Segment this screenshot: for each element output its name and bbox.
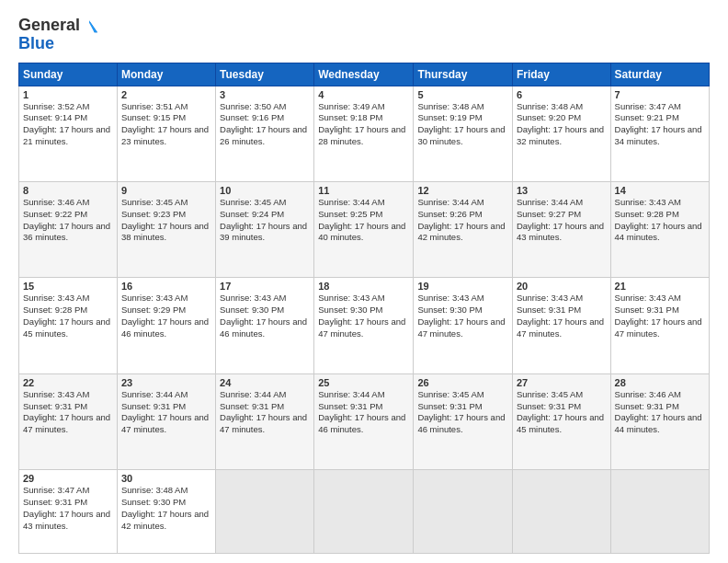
calendar-table: Sunday Monday Tuesday Wednesday Thursday… bbox=[18, 63, 710, 554]
day-number: 30 bbox=[121, 473, 211, 484]
day-info: Sunrise: 3:51 AMSunset: 9:15 PMDaylight:… bbox=[121, 101, 209, 146]
table-row bbox=[610, 470, 709, 554]
day-number: 17 bbox=[220, 281, 310, 292]
table-row bbox=[314, 470, 414, 554]
svg-marker-1 bbox=[89, 20, 97, 32]
day-info: Sunrise: 3:47 AMSunset: 9:31 PMDaylight:… bbox=[23, 485, 110, 530]
table-row: 9 Sunrise: 3:45 AMSunset: 9:23 PMDayligh… bbox=[117, 182, 215, 278]
day-number: 21 bbox=[615, 281, 705, 292]
logo-blue: Blue bbox=[18, 35, 98, 53]
table-row: 7 Sunrise: 3:47 AMSunset: 9:21 PMDayligh… bbox=[610, 86, 709, 181]
day-number: 6 bbox=[517, 89, 607, 100]
page: General Blue Sunday Monday Tuesday Wedne… bbox=[0, 0, 728, 563]
logo: General Blue bbox=[18, 17, 98, 53]
day-info: Sunrise: 3:48 AMSunset: 9:19 PMDaylight:… bbox=[417, 101, 505, 146]
day-number: 10 bbox=[220, 185, 310, 196]
day-info: Sunrise: 3:45 AMSunset: 9:23 PMDaylight:… bbox=[121, 197, 209, 242]
day-number: 25 bbox=[318, 377, 409, 388]
day-info: Sunrise: 3:46 AMSunset: 9:31 PMDaylight:… bbox=[615, 389, 702, 434]
table-row: 10 Sunrise: 3:45 AMSunset: 9:24 PMDaylig… bbox=[216, 182, 314, 278]
table-row: 14 Sunrise: 3:43 AMSunset: 9:28 PMDaylig… bbox=[610, 182, 709, 278]
table-row: 16 Sunrise: 3:43 AMSunset: 9:29 PMDaylig… bbox=[117, 278, 215, 373]
day-number: 2 bbox=[121, 89, 211, 100]
day-info: Sunrise: 3:44 AMSunset: 9:27 PMDaylight:… bbox=[517, 197, 604, 242]
table-row: 21 Sunrise: 3:43 AMSunset: 9:31 PMDaylig… bbox=[610, 278, 709, 373]
day-info: Sunrise: 3:44 AMSunset: 9:31 PMDaylight:… bbox=[318, 389, 405, 434]
logo-general: General bbox=[18, 17, 80, 35]
table-row: 20 Sunrise: 3:43 AMSunset: 9:31 PMDaylig… bbox=[512, 278, 610, 373]
col-saturday: Saturday bbox=[610, 63, 709, 86]
day-number: 13 bbox=[517, 185, 607, 196]
logo-icon bbox=[81, 17, 97, 34]
day-info: Sunrise: 3:43 AMSunset: 9:30 PMDaylight:… bbox=[417, 293, 505, 338]
table-row: 15 Sunrise: 3:43 AMSunset: 9:28 PMDaylig… bbox=[19, 278, 118, 373]
day-number: 7 bbox=[615, 89, 705, 100]
day-info: Sunrise: 3:44 AMSunset: 9:31 PMDaylight:… bbox=[121, 389, 209, 434]
day-info: Sunrise: 3:43 AMSunset: 9:31 PMDaylight:… bbox=[615, 293, 702, 338]
day-number: 23 bbox=[121, 377, 211, 388]
day-number: 9 bbox=[121, 185, 211, 196]
table-row: 13 Sunrise: 3:44 AMSunset: 9:27 PMDaylig… bbox=[512, 182, 610, 278]
day-info: Sunrise: 3:43 AMSunset: 9:28 PMDaylight:… bbox=[23, 293, 110, 338]
table-row: 23 Sunrise: 3:44 AMSunset: 9:31 PMDaylig… bbox=[117, 373, 215, 469]
day-number: 11 bbox=[318, 185, 409, 196]
day-info: Sunrise: 3:44 AMSunset: 9:25 PMDaylight:… bbox=[318, 197, 405, 242]
col-wednesday: Wednesday bbox=[314, 63, 414, 86]
day-info: Sunrise: 3:44 AMSunset: 9:31 PMDaylight:… bbox=[220, 389, 307, 434]
table-row bbox=[512, 470, 610, 554]
day-number: 26 bbox=[417, 377, 508, 388]
table-row: 24 Sunrise: 3:44 AMSunset: 9:31 PMDaylig… bbox=[216, 373, 314, 469]
day-info: Sunrise: 3:44 AMSunset: 9:26 PMDaylight:… bbox=[417, 197, 505, 242]
day-number: 28 bbox=[615, 377, 705, 388]
col-thursday: Thursday bbox=[414, 63, 513, 86]
day-number: 8 bbox=[23, 185, 113, 196]
day-number: 4 bbox=[318, 89, 409, 100]
col-monday: Monday bbox=[117, 63, 215, 86]
day-info: Sunrise: 3:49 AMSunset: 9:18 PMDaylight:… bbox=[318, 101, 405, 146]
calendar-header-row: Sunday Monday Tuesday Wednesday Thursday… bbox=[19, 63, 710, 86]
day-info: Sunrise: 3:45 AMSunset: 9:31 PMDaylight:… bbox=[417, 389, 505, 434]
day-info: Sunrise: 3:43 AMSunset: 9:29 PMDaylight:… bbox=[121, 293, 209, 338]
table-row: 27 Sunrise: 3:45 AMSunset: 9:31 PMDaylig… bbox=[512, 373, 610, 469]
header: General Blue bbox=[18, 17, 710, 53]
day-number: 19 bbox=[417, 281, 508, 292]
table-row: 4 Sunrise: 3:49 AMSunset: 9:18 PMDayligh… bbox=[314, 86, 414, 181]
day-number: 16 bbox=[121, 281, 211, 292]
table-row: 19 Sunrise: 3:43 AMSunset: 9:30 PMDaylig… bbox=[414, 278, 513, 373]
day-info: Sunrise: 3:43 AMSunset: 9:30 PMDaylight:… bbox=[220, 293, 307, 338]
table-row: 28 Sunrise: 3:46 AMSunset: 9:31 PMDaylig… bbox=[610, 373, 709, 469]
table-row bbox=[414, 470, 513, 554]
day-number: 5 bbox=[417, 89, 508, 100]
day-number: 20 bbox=[517, 281, 607, 292]
table-row: 30 Sunrise: 3:48 AMSunset: 9:30 PMDaylig… bbox=[117, 470, 215, 554]
day-number: 29 bbox=[23, 473, 113, 484]
day-info: Sunrise: 3:48 AMSunset: 9:30 PMDaylight:… bbox=[121, 485, 209, 530]
table-row: 17 Sunrise: 3:43 AMSunset: 9:30 PMDaylig… bbox=[216, 278, 314, 373]
col-sunday: Sunday bbox=[19, 63, 118, 86]
table-row: 26 Sunrise: 3:45 AMSunset: 9:31 PMDaylig… bbox=[414, 373, 513, 469]
day-info: Sunrise: 3:46 AMSunset: 9:22 PMDaylight:… bbox=[23, 197, 110, 242]
col-friday: Friday bbox=[512, 63, 610, 86]
day-info: Sunrise: 3:43 AMSunset: 9:31 PMDaylight:… bbox=[23, 389, 110, 434]
day-info: Sunrise: 3:47 AMSunset: 9:21 PMDaylight:… bbox=[615, 101, 702, 146]
day-number: 3 bbox=[220, 89, 310, 100]
table-row: 11 Sunrise: 3:44 AMSunset: 9:25 PMDaylig… bbox=[314, 182, 414, 278]
day-number: 12 bbox=[417, 185, 508, 196]
col-tuesday: Tuesday bbox=[216, 63, 314, 86]
table-row: 8 Sunrise: 3:46 AMSunset: 9:22 PMDayligh… bbox=[19, 182, 118, 278]
table-row: 12 Sunrise: 3:44 AMSunset: 9:26 PMDaylig… bbox=[414, 182, 513, 278]
table-row: 18 Sunrise: 3:43 AMSunset: 9:30 PMDaylig… bbox=[314, 278, 414, 373]
table-row: 5 Sunrise: 3:48 AMSunset: 9:19 PMDayligh… bbox=[414, 86, 513, 181]
day-number: 15 bbox=[23, 281, 113, 292]
day-info: Sunrise: 3:43 AMSunset: 9:30 PMDaylight:… bbox=[318, 293, 405, 338]
day-info: Sunrise: 3:52 AMSunset: 9:14 PMDaylight:… bbox=[23, 101, 110, 146]
table-row: 6 Sunrise: 3:48 AMSunset: 9:20 PMDayligh… bbox=[512, 86, 610, 181]
day-info: Sunrise: 3:43 AMSunset: 9:28 PMDaylight:… bbox=[615, 197, 702, 242]
day-info: Sunrise: 3:50 AMSunset: 9:16 PMDaylight:… bbox=[220, 101, 307, 146]
table-row: 25 Sunrise: 3:44 AMSunset: 9:31 PMDaylig… bbox=[314, 373, 414, 469]
day-number: 24 bbox=[220, 377, 310, 388]
table-row: 2 Sunrise: 3:51 AMSunset: 9:15 PMDayligh… bbox=[117, 86, 215, 181]
day-info: Sunrise: 3:48 AMSunset: 9:20 PMDaylight:… bbox=[517, 101, 604, 146]
table-row: 1 Sunrise: 3:52 AMSunset: 9:14 PMDayligh… bbox=[19, 86, 118, 181]
day-info: Sunrise: 3:45 AMSunset: 9:31 PMDaylight:… bbox=[517, 389, 604, 434]
